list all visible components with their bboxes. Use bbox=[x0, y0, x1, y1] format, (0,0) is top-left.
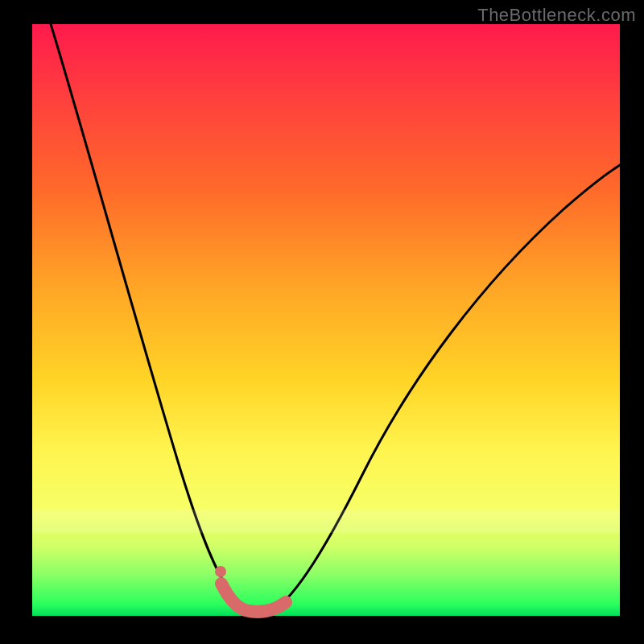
accent-dot bbox=[215, 566, 226, 577]
watermark-text: TheBottleneck.com bbox=[477, 5, 636, 26]
bottleneck-curve bbox=[48, 16, 624, 613]
plot-area bbox=[32, 24, 620, 616]
curve-layer bbox=[32, 24, 620, 616]
accent-trough bbox=[221, 584, 286, 612]
chart-frame: TheBottleneck.com bbox=[0, 0, 644, 644]
